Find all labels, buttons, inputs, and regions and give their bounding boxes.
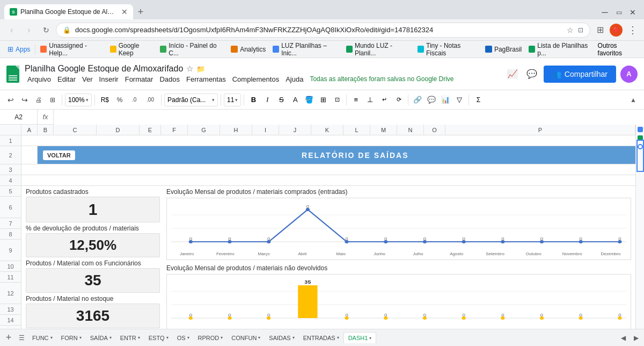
menu-dots-icon[interactable]: ⋮: [625, 23, 640, 38]
trending-icon[interactable]: 📈: [505, 67, 520, 82]
comment-button[interactable]: 💬: [425, 93, 438, 106]
row-num-14[interactable]: 14: [0, 315, 21, 326]
col-header-o[interactable]: O: [424, 125, 445, 135]
bookmark-unassigned[interactable]: Unassigned - Help...: [37, 41, 106, 58]
tab-close-icon[interactable]: ✕: [121, 8, 128, 16]
bookmark-inicio[interactable]: Início - Painel do C...: [157, 41, 227, 58]
reload-button[interactable]: ↻: [39, 23, 54, 38]
valign-button[interactable]: ⊥: [363, 93, 376, 106]
user-avatar[interactable]: A: [620, 66, 638, 83]
col-header-f[interactable]: F: [161, 125, 188, 135]
forward-nav-button[interactable]: ›: [21, 23, 36, 38]
sheet-tab-confun[interactable]: CONFUN ▾: [227, 333, 265, 343]
filter-button[interactable]: ▽: [453, 93, 466, 106]
menu-editar[interactable]: Editar: [55, 75, 78, 84]
restore-button[interactable]: ▭: [612, 5, 626, 19]
chart-button[interactable]: 📊: [439, 93, 452, 106]
right-panel-icon-1[interactable]: [638, 127, 643, 132]
menu-formatar[interactable]: Formatar: [122, 75, 156, 84]
collapse-toolbar-button[interactable]: ▲: [627, 93, 640, 106]
rotation-button[interactable]: ⟳: [392, 93, 405, 106]
link-button[interactable]: 🔗: [411, 93, 424, 106]
col-header-b[interactable]: B: [38, 125, 54, 135]
col-header-a[interactable]: A: [21, 125, 38, 135]
row-num-2[interactable]: 2: [0, 146, 21, 164]
menu-ajuda[interactable]: Ajuda: [283, 75, 306, 84]
functions-button[interactable]: Σ: [472, 93, 485, 106]
format-button[interactable]: ⊞: [46, 93, 59, 106]
menu-ferramentas[interactable]: Ferramentas: [184, 75, 229, 84]
share-button[interactable]: 👥 Compartilhar: [544, 66, 616, 83]
profile-circle[interactable]: 🔴: [610, 24, 623, 37]
menu-ver[interactable]: Ver: [79, 75, 96, 84]
comments-icon[interactable]: 💬: [524, 67, 539, 82]
bookmark-apps[interactable]: ⊞ Apps: [4, 44, 33, 55]
italic-button[interactable]: I: [261, 93, 274, 106]
bookmark-luz[interactable]: LUZ Planilhas – Inic...: [269, 41, 342, 58]
sheet-tab-entr[interactable]: ENTR ▾: [116, 333, 144, 343]
add-sheet-button[interactable]: +: [2, 331, 15, 344]
strikethrough-button[interactable]: S: [275, 93, 288, 106]
undo-button[interactable]: ↩: [4, 93, 17, 106]
sheet-tab-func[interactable]: FUNC ▾: [28, 333, 57, 343]
row-num-11[interactable]: 11: [0, 272, 21, 283]
percent-button[interactable]: %: [113, 93, 126, 106]
sheet-tab-saida[interactable]: SAÍDA ▾: [86, 333, 116, 343]
bookmark-tiny[interactable]: Tiny - Notas Fiscais: [414, 41, 481, 58]
bookmark-keep[interactable]: Google Keep: [107, 41, 157, 58]
cell-name-box[interactable]: A2: [0, 110, 38, 125]
font-size-dropdown[interactable]: 11 ▾: [224, 93, 241, 106]
decimal-dec-button[interactable]: .0: [127, 93, 141, 106]
align-button[interactable]: ≡: [349, 93, 362, 106]
menu-dados[interactable]: Dados: [157, 75, 182, 84]
sheet-tab-dash1[interactable]: DASH1 ▾: [343, 332, 377, 343]
sheet-list-button[interactable]: ☰: [15, 331, 28, 344]
back-button[interactable]: VOLTAR: [43, 150, 75, 160]
row-num-3[interactable]: 3: [0, 164, 21, 175]
row-num-10[interactable]: 10: [0, 261, 21, 272]
col-header-p[interactable]: P: [445, 125, 635, 135]
star-bookmark-icon[interactable]: ☆: [567, 26, 574, 34]
borders-button[interactable]: ⊞: [317, 93, 330, 106]
bookmark-mundo[interactable]: Mundo LUZ - Planil...: [343, 41, 414, 58]
bold-button[interactable]: B: [247, 93, 260, 106]
sheet-tab-rprod[interactable]: RPROD ▾: [194, 333, 228, 343]
col-header-n[interactable]: N: [397, 125, 424, 135]
row-num-8[interactable]: 8: [0, 229, 21, 240]
col-header-j[interactable]: J: [279, 125, 311, 135]
row-num-7[interactable]: 7: [0, 218, 21, 229]
row-num-1[interactable]: 1: [0, 135, 21, 146]
col-header-c[interactable]: C: [54, 125, 97, 135]
row-num-4[interactable]: 4: [0, 175, 21, 186]
print-button[interactable]: 🖨: [32, 93, 45, 106]
col-header-h[interactable]: H: [220, 125, 252, 135]
col-header-l[interactable]: L: [343, 125, 370, 135]
extensions-icon[interactable]: ⊞: [592, 23, 608, 38]
autosave-status[interactable]: Todas as alterações foram salvas no Goog…: [307, 75, 456, 84]
col-header-i[interactable]: I: [252, 125, 279, 135]
row-num-12[interactable]: 12: [0, 283, 21, 304]
row-num-13[interactable]: 13: [0, 304, 21, 315]
wrap-button[interactable]: ↵: [377, 93, 391, 106]
bookmark-analytics[interactable]: Analytics: [228, 44, 269, 55]
right-panel-icon-3[interactable]: [638, 144, 643, 149]
row-num-5[interactable]: 5: [0, 186, 21, 197]
font-family-dropdown[interactable]: Padrão (Ca... ▾: [164, 93, 218, 106]
folder-icon[interactable]: 📁: [196, 65, 205, 73]
tab-nav-right[interactable]: ▶: [630, 332, 642, 344]
col-header-g[interactable]: G: [188, 125, 220, 135]
sheet-tab-saidas[interactable]: SAIDAS ▾: [265, 333, 298, 343]
menu-arquivo[interactable]: Arquivo: [25, 75, 54, 84]
back-nav-button[interactable]: ‹: [4, 23, 19, 38]
sheet-tab-forn[interactable]: FORN ▾: [57, 333, 86, 343]
merge-button[interactable]: ⊡: [331, 93, 343, 106]
tab-nav-left[interactable]: ◀: [617, 332, 629, 344]
font-color-button[interactable]: A: [289, 93, 302, 106]
menu-complementos[interactable]: Complementos: [230, 75, 282, 84]
redo-button[interactable]: ↪: [18, 93, 31, 106]
sheet-tab-estq[interactable]: ESTQ ▾: [144, 333, 173, 343]
zoom-dropdown[interactable]: 100% ▾: [65, 93, 92, 106]
read-mode-icon[interactable]: ⊡: [578, 26, 583, 34]
col-header-d[interactable]: D: [97, 125, 140, 135]
minimize-button[interactable]: ─: [598, 5, 612, 19]
